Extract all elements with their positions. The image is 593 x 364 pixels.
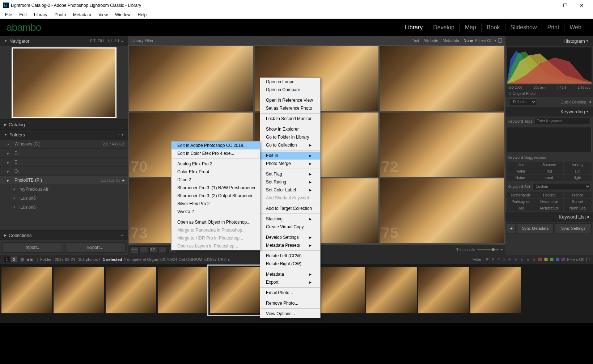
menu-item[interactable]: Dfine 2: [171, 176, 260, 184]
menu-item[interactable]: Color Efex Pro 4: [171, 168, 260, 176]
lock-icon[interactable]: [498, 38, 502, 43]
compare-view-button[interactable]: XY: [149, 246, 157, 253]
keyword-suggestion[interactable]: Summer: [535, 162, 563, 168]
grid-view-button[interactable]: [131, 246, 139, 253]
keyword-list-header[interactable]: Keyword List ◀: [505, 212, 593, 222]
minimize-button[interactable]: —: [540, 0, 557, 11]
filmstrip-thumb[interactable]: [366, 267, 417, 313]
menu-item[interactable]: Create Virtual Copy: [260, 223, 320, 231]
folders-controls[interactable]: — +▾: [111, 132, 123, 137]
filmstrip-thumb[interactable]: [1, 267, 52, 313]
menu-item[interactable]: Rotate Right (CW): [260, 260, 320, 268]
menu-item[interactable]: Export▶: [260, 278, 320, 286]
menu-help[interactable]: Help: [134, 12, 151, 18]
thumbnail[interactable]: 72: [380, 113, 504, 177]
menu-edit[interactable]: Edit: [16, 12, 30, 18]
folder-item[interactable]: ▸Photo6TB (P:)1.1 / 5.5 TB◀: [0, 176, 128, 185]
flag-icon[interactable]: ⚑: [491, 257, 495, 262]
menu-item[interactable]: Show in Explorer: [260, 125, 320, 133]
folder-item[interactable]: ▸O:: [0, 167, 128, 176]
histogram-header[interactable]: Histogram ▼: [505, 36, 593, 46]
keyword-set-item[interactable]: Descriptive: [535, 199, 563, 205]
nav-mode-fill[interactable]: FILL: [98, 39, 105, 43]
menu-item[interactable]: Rotate Left (CCW): [260, 252, 320, 260]
menu-item[interactable]: Open in Reference View: [260, 96, 320, 104]
histogram[interactable]: [507, 47, 592, 84]
menu-item[interactable]: Open in Compare: [260, 86, 320, 94]
color-blue[interactable]: [556, 258, 559, 261]
menu-item[interactable]: Edit In▶: [260, 152, 320, 160]
filters-off[interactable]: Filters Off: [475, 38, 492, 43]
menu-item[interactable]: Go to Collection▶: [260, 141, 320, 149]
keyword-suggestion[interactable]: sun: [564, 168, 592, 174]
filmstrip-thumb[interactable]: [54, 267, 104, 313]
sync-settings-button[interactable]: Sync Settings: [555, 223, 592, 233]
keyword-suggestion[interactable]: sand: [535, 175, 563, 181]
toolbar-dropdown-icon[interactable]: ▾: [501, 248, 503, 251]
keyword-set-item[interactable]: Architecture: [535, 205, 563, 211]
collections-header[interactable]: ▶ Collections +: [0, 230, 128, 240]
keyword-suggestion[interactable]: holiday: [564, 162, 592, 168]
menu-metadata[interactable]: Metadata: [69, 12, 95, 18]
menu-item[interactable]: Set as Reference Photo: [260, 104, 320, 112]
keyword-set-item[interactable]: Portiragnes: [507, 199, 535, 205]
keyword-set-item[interactable]: France: [564, 192, 592, 198]
keyword-suggestion[interactable]: Nature: [507, 175, 535, 181]
keyword-suggestion[interactable]: water: [507, 168, 535, 174]
import-button[interactable]: Import...: [2, 242, 63, 253]
module-print[interactable]: Print: [542, 23, 564, 32]
menu-item[interactable]: Open in Loupe: [260, 78, 320, 86]
prev-icon[interactable]: ◀: [26, 257, 29, 262]
star-icon[interactable]: ★: [526, 257, 530, 262]
context-menu-editin[interactable]: Edit in Adobe Photoshop CC 2018...Edit i…: [171, 141, 260, 250]
menu-file[interactable]: File: [1, 12, 16, 18]
menu-item[interactable]: Stacking▶: [260, 215, 320, 223]
menu-photo[interactable]: Photo: [51, 12, 69, 18]
export-button[interactable]: Export...: [65, 242, 126, 253]
navigator-preview[interactable]: [0, 46, 128, 119]
folder-item[interactable]: ▸E:: [0, 158, 128, 167]
toggle-icon[interactable]: ▸: [228, 257, 230, 262]
menu-item[interactable]: Set Rating▶: [260, 178, 320, 186]
keyword-box[interactable]: [507, 127, 592, 152]
menu-item[interactable]: Set Flag▶: [260, 170, 320, 178]
collections-add[interactable]: +: [121, 233, 123, 238]
keyword-suggestion[interactable]: blue: [507, 162, 535, 168]
star-icon[interactable]: ★: [532, 257, 536, 262]
module-develop[interactable]: Develop: [428, 23, 459, 32]
menu-item[interactable]: Silver Efex Pro 2: [171, 200, 260, 208]
lock-icon[interactable]: [586, 258, 589, 261]
loupe-view-button[interactable]: [140, 246, 148, 253]
module-book[interactable]: Book: [481, 23, 505, 32]
folders-header[interactable]: ▼ Folders — +▾: [0, 130, 128, 140]
page-2[interactable]: 2: [11, 257, 17, 262]
filters-off-status[interactable]: Filters Off: [567, 257, 584, 262]
defaults-select[interactable]: Defaults: [510, 98, 537, 105]
menu-item[interactable]: Lock to Second Monitor: [260, 115, 320, 123]
grid-icon[interactable]: ▦: [20, 257, 24, 262]
filmstrip-thumb[interactable]: [210, 267, 261, 313]
keyword-suggestion[interactable]: red: [535, 168, 563, 174]
filmstrip-thumb[interactable]: [470, 267, 521, 313]
nav-mode-more[interactable]: ▸: [122, 39, 123, 43]
filter-attribute[interactable]: Attribute: [421, 38, 440, 43]
survey-view-button[interactable]: [159, 246, 167, 253]
keyword-suggestion[interactable]: light: [564, 175, 592, 181]
keyword-set-item[interactable]: Hee: [507, 205, 535, 211]
maximize-button[interactable]: ☐: [557, 0, 573, 11]
star-icon[interactable]: ★: [508, 257, 512, 262]
menu-item[interactable]: Viveza 2: [171, 208, 260, 216]
star-icon[interactable]: ★: [514, 257, 518, 262]
sync-metadata-button[interactable]: Sync Metadata: [517, 223, 554, 233]
folder-item[interactable]: ⇄iLusion6+: [0, 194, 128, 203]
menu-item[interactable]: Edit in Color Efex Pro 4.exe...: [171, 149, 260, 157]
keyword-set-item[interactable]: North Sea: [564, 205, 592, 211]
menu-item[interactable]: Metadata Presets▶: [260, 241, 320, 249]
thumbnail-size-slider[interactable]: [477, 249, 499, 250]
menu-item[interactable]: Metadata▶: [260, 270, 320, 278]
module-library[interactable]: Library: [400, 23, 428, 32]
keyword-set-item[interactable]: Netherlands: [507, 192, 535, 198]
module-web[interactable]: Web: [564, 23, 586, 32]
filter-text[interactable]: Text: [410, 38, 421, 43]
nav-mode-fit[interactable]: FIT: [90, 39, 96, 43]
